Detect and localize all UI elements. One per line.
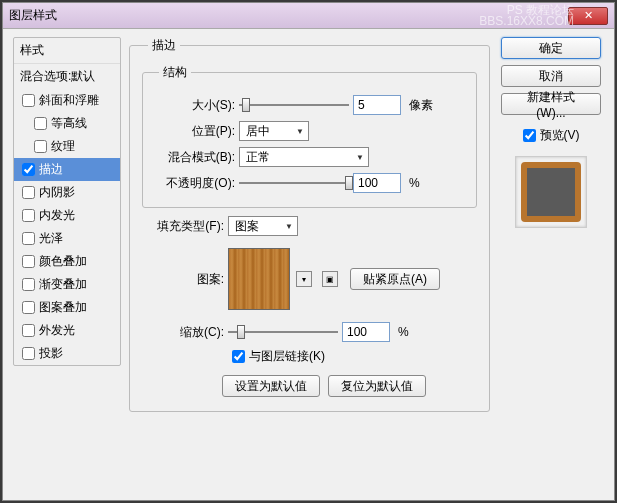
pattern-swatch[interactable] xyxy=(228,248,290,310)
style-checkbox[interactable] xyxy=(22,232,35,245)
style-label: 图案叠加 xyxy=(39,299,87,316)
stroke-legend: 描边 xyxy=(148,37,180,54)
style-checkbox[interactable] xyxy=(34,117,47,130)
style-item-7[interactable]: 颜色叠加 xyxy=(14,250,120,273)
preview-thumbnail xyxy=(521,162,581,222)
style-label: 斜面和浮雕 xyxy=(39,92,99,109)
opacity-slider[interactable] xyxy=(239,174,349,192)
style-label: 等高线 xyxy=(51,115,87,132)
blendmode-select[interactable]: 正常 xyxy=(239,147,369,167)
preview-frame xyxy=(515,156,587,228)
scale-unit: % xyxy=(398,325,409,339)
scale-label: 缩放(C): xyxy=(142,324,224,341)
style-label: 渐变叠加 xyxy=(39,276,87,293)
watermark: PS 教程论坛 BBS.16XX8.COM xyxy=(479,5,574,27)
style-label: 光泽 xyxy=(39,230,63,247)
preview-checkbox[interactable] xyxy=(523,129,536,142)
style-item-9[interactable]: 图案叠加 xyxy=(14,296,120,319)
opacity-label: 不透明度(O): xyxy=(153,175,235,192)
pattern-label: 图案: xyxy=(142,271,224,288)
opacity-unit: % xyxy=(409,176,420,190)
stroke-fieldset: 描边 结构 大小(S): 像素 位置(P): 居中 混合模式(B): xyxy=(129,37,490,412)
style-item-2[interactable]: 纹理 xyxy=(14,135,120,158)
close-button[interactable]: ✕ xyxy=(568,7,608,25)
style-item-11[interactable]: 投影 xyxy=(14,342,120,365)
style-checkbox[interactable] xyxy=(22,324,35,337)
style-checkbox[interactable] xyxy=(22,347,35,360)
style-checkbox[interactable] xyxy=(22,94,35,107)
cancel-button[interactable]: 取消 xyxy=(501,65,601,87)
style-item-10[interactable]: 外发光 xyxy=(14,319,120,342)
right-panel: 确定 取消 新建样式(W)... 预览(V) xyxy=(498,37,604,490)
size-input[interactable] xyxy=(353,95,401,115)
style-item-5[interactable]: 内发光 xyxy=(14,204,120,227)
link-layer-label: 与图层链接(K) xyxy=(249,348,325,365)
styles-panel: 样式 混合选项:默认 斜面和浮雕等高线纹理描边内阴影内发光光泽颜色叠加渐变叠加图… xyxy=(13,37,121,490)
styles-header: 样式 xyxy=(14,38,120,63)
new-style-button[interactable]: 新建样式(W)... xyxy=(501,93,601,115)
preview-label: 预览(V) xyxy=(540,127,580,144)
dialog-window: 图层样式 PS 教程论坛 BBS.16XX8.COM ✕ 样式 混合选项:默认 … xyxy=(2,2,615,501)
opacity-input[interactable] xyxy=(353,173,401,193)
style-checkbox[interactable] xyxy=(22,209,35,222)
style-label: 内阴影 xyxy=(39,184,75,201)
style-item-1[interactable]: 等高线 xyxy=(14,112,120,135)
ok-button[interactable]: 确定 xyxy=(501,37,601,59)
blendmode-label: 混合模式(B): xyxy=(153,149,235,166)
style-checkbox[interactable] xyxy=(22,255,35,268)
pattern-new-icon[interactable]: ▣ xyxy=(322,271,338,287)
filltype-label: 填充类型(F): xyxy=(142,218,224,235)
position-select[interactable]: 居中 xyxy=(239,121,309,141)
style-label: 纹理 xyxy=(51,138,75,155)
structure-fieldset: 结构 大小(S): 像素 位置(P): 居中 混合模式(B): 正常 xyxy=(142,64,477,208)
size-unit: 像素 xyxy=(409,97,433,114)
style-label: 描边 xyxy=(39,161,63,178)
scale-input[interactable] xyxy=(342,322,390,342)
reset-default-button[interactable]: 复位为默认值 xyxy=(328,375,426,397)
structure-legend: 结构 xyxy=(159,64,191,81)
main-panel: 描边 结构 大小(S): 像素 位置(P): 居中 混合模式(B): xyxy=(129,37,490,490)
style-checkbox[interactable] xyxy=(22,163,35,176)
style-item-3[interactable]: 描边 xyxy=(14,158,120,181)
style-label: 内发光 xyxy=(39,207,75,224)
style-item-6[interactable]: 光泽 xyxy=(14,227,120,250)
size-label: 大小(S): xyxy=(153,97,235,114)
blend-options[interactable]: 混合选项:默认 xyxy=(14,63,120,89)
style-item-4[interactable]: 内阴影 xyxy=(14,181,120,204)
style-checkbox[interactable] xyxy=(22,301,35,314)
link-layer-checkbox[interactable] xyxy=(232,350,245,363)
style-label: 外发光 xyxy=(39,322,75,339)
filltype-select[interactable]: 图案 xyxy=(228,216,298,236)
make-default-button[interactable]: 设置为默认值 xyxy=(222,375,320,397)
style-checkbox[interactable] xyxy=(22,278,35,291)
style-item-0[interactable]: 斜面和浮雕 xyxy=(14,89,120,112)
size-slider[interactable] xyxy=(239,96,349,114)
style-list: 斜面和浮雕等高线纹理描边内阴影内发光光泽颜色叠加渐变叠加图案叠加外发光投影 xyxy=(14,89,120,365)
style-item-8[interactable]: 渐变叠加 xyxy=(14,273,120,296)
titlebar[interactable]: 图层样式 PS 教程论坛 BBS.16XX8.COM ✕ xyxy=(3,3,614,29)
position-label: 位置(P): xyxy=(153,123,235,140)
style-checkbox[interactable] xyxy=(34,140,47,153)
style-label: 投影 xyxy=(39,345,63,362)
scale-slider[interactable] xyxy=(228,323,338,341)
snap-origin-button[interactable]: 贴紧原点(A) xyxy=(350,268,440,290)
pattern-picker-arrow[interactable]: ▾ xyxy=(296,271,312,287)
style-checkbox[interactable] xyxy=(22,186,35,199)
style-label: 颜色叠加 xyxy=(39,253,87,270)
